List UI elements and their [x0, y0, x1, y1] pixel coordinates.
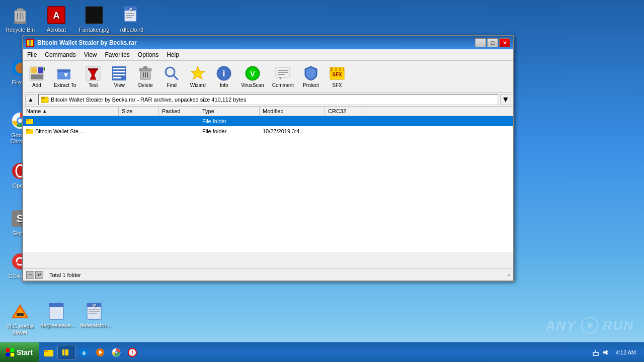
svg-rect-27	[17, 313, 24, 316]
menu-help[interactable]: Help	[163, 50, 183, 59]
menu-bar: File Commands View Favorites Options Hel…	[23, 49, 513, 61]
close-button[interactable]: ✕	[499, 38, 510, 47]
file-row-bitcoin-wallet[interactable]: Bitcoin Wallet Ste.... File folder 10/27…	[23, 126, 513, 136]
anyrun-text: ANY	[546, 318, 577, 333]
desktop-icon-recycle-bin[interactable]: Recycle Bin	[4, 5, 36, 33]
desktop-icon-rdfpalo[interactable]: W rdfpalo.rtf	[116, 5, 148, 33]
protect-label: Protect	[303, 82, 319, 88]
maximize-button[interactable]: □	[487, 38, 498, 47]
svg-rect-75	[337, 67, 339, 71]
toolbar-protect-button[interactable]: Protect	[298, 63, 324, 90]
winrar-window: Bitcoin Wallet Stealer by Becks.rar ─ □ …	[22, 35, 514, 282]
ie-taskbar-icon: e	[79, 347, 89, 357]
taskbar-explorer-button[interactable]	[41, 345, 56, 360]
status-icon-minus: ─	[26, 271, 34, 279]
start-label: Start	[17, 348, 33, 356]
extract-label: Extract To	[54, 82, 76, 88]
svg-point-98	[115, 351, 117, 353]
minimize-button[interactable]: ─	[475, 38, 486, 47]
taskbar-ie-button[interactable]: e	[76, 345, 92, 360]
desktop-icon-federalstru[interactable]: W federalstru...	[79, 301, 112, 328]
svg-text:W: W	[93, 304, 96, 307]
toolbar-find-button[interactable]: Find	[159, 63, 184, 90]
menu-view[interactable]: View	[80, 50, 101, 59]
find-label: Find	[167, 82, 177, 88]
col-modified-header[interactable]: Modified	[260, 107, 325, 116]
file-modified-bitcoin: 10/27/2019 3:4...	[260, 127, 325, 135]
file-row-dotdot[interactable]: .. File folder	[23, 116, 513, 126]
add-icon: +	[29, 65, 45, 81]
desktop-icon-vlc[interactable]: VLC media player	[4, 302, 36, 335]
col-name-header[interactable]: Name ▲	[23, 107, 119, 116]
svg-rect-74	[333, 67, 335, 71]
file-type-bitcoin: File folder	[199, 127, 260, 135]
window-controls: ─ □ ✕	[475, 38, 510, 47]
protect-icon	[303, 65, 319, 81]
svg-rect-101	[593, 352, 598, 355]
taskbar-chrome-button[interactable]	[109, 345, 124, 360]
comment-label: Comment	[272, 82, 294, 88]
svg-rect-8	[86, 7, 103, 24]
svg-marker-103	[603, 350, 607, 355]
menu-commands[interactable]: Commands	[41, 50, 79, 59]
toolbar-view-button[interactable]: View	[107, 63, 132, 90]
col-crc32-header[interactable]: CRC32	[325, 107, 365, 116]
vlc-label: VLC media player	[4, 323, 36, 335]
toolbar-delete-button[interactable]: Delete	[133, 63, 158, 90]
start-button[interactable]: Start	[0, 342, 39, 362]
svg-marker-71	[279, 77, 281, 79]
delete-label: Delete	[138, 82, 153, 88]
svg-text:!: !	[131, 350, 133, 355]
network-tray-icon	[592, 348, 600, 356]
svg-text:i: i	[223, 68, 225, 78]
toolbar-wizard-button[interactable]: Wizard	[185, 63, 210, 90]
status-icon-wrap: ↵	[35, 271, 43, 279]
toolbar-comment-button[interactable]: Comment	[269, 63, 297, 90]
svg-text:SFX: SFX	[332, 72, 342, 77]
taskbar-winrar-item[interactable]	[57, 345, 75, 360]
menu-favorites[interactable]: Favorites	[101, 50, 134, 59]
toolbar-info-button[interactable]: i Info	[211, 63, 236, 90]
file-packed-dotdot	[159, 120, 199, 122]
address-input[interactable]: Bitcoin Wallet Stealer by Becks.rar - RA…	[38, 94, 498, 105]
acrobat-label: Acrobat	[47, 27, 66, 33]
svg-rect-44	[57, 69, 62, 72]
desktop-icon-acrobat[interactable]: A Acrobat	[40, 5, 72, 33]
svg-marker-62	[191, 66, 205, 79]
svg-line-5	[23, 13, 23, 20]
toolbar-test-button[interactable]: Test	[80, 63, 106, 90]
svg-rect-29	[49, 303, 63, 307]
desktop-icon-fantaker[interactable]: Fantaker.jpg	[78, 5, 110, 33]
address-bar: ▲ Bitcoin Wallet Stealer by Becks.rar - …	[23, 93, 513, 107]
view-label: View	[114, 82, 125, 88]
col-size-header[interactable]: Size	[119, 107, 159, 116]
status-text: Total 1 folder	[49, 272, 81, 278]
svg-rect-91	[64, 349, 65, 355]
window-title-text: Bitcoin Wallet Stealer by Becks.rar	[37, 39, 475, 46]
winrar-taskbar-icon	[62, 349, 69, 356]
col-packed-header[interactable]: Packed	[159, 107, 199, 116]
fantaker-label: Fantaker.jpg	[79, 27, 110, 33]
winrar-app-icon	[26, 39, 34, 47]
col-type-header[interactable]: Type	[199, 107, 260, 116]
wizard-icon	[190, 65, 206, 81]
toolbar-sfx-button[interactable]: SFX SFX	[325, 63, 350, 90]
menu-options[interactable]: Options	[134, 50, 163, 59]
toolbar-virusscan-button[interactable]: V VirusScan	[237, 63, 267, 90]
taskbar-mediaplayer-button[interactable]	[93, 345, 108, 360]
svg-rect-39	[31, 67, 37, 73]
nav-back-button[interactable]: ▲	[25, 94, 36, 105]
taskbar-avast-button[interactable]: !	[125, 345, 140, 360]
svg-marker-105	[588, 322, 594, 329]
svg-rect-85	[11, 348, 14, 352]
toolbar-add-button[interactable]: + Add	[24, 63, 49, 90]
address-dropdown-button[interactable]: ▼	[500, 94, 511, 105]
file-type-dotdot: File folder	[199, 117, 260, 125]
status-bar: ─ ↵ Total 1 folder ▪	[23, 268, 513, 281]
desktop-icon-degreeleave[interactable]: degreeleave...	[42, 301, 74, 328]
svg-rect-79	[41, 97, 45, 99]
svg-text:e: e	[83, 349, 86, 356]
toolbar-extract-button[interactable]: Extract To	[50, 63, 79, 90]
menu-file[interactable]: File	[23, 50, 41, 59]
svg-text:V: V	[250, 70, 255, 78]
